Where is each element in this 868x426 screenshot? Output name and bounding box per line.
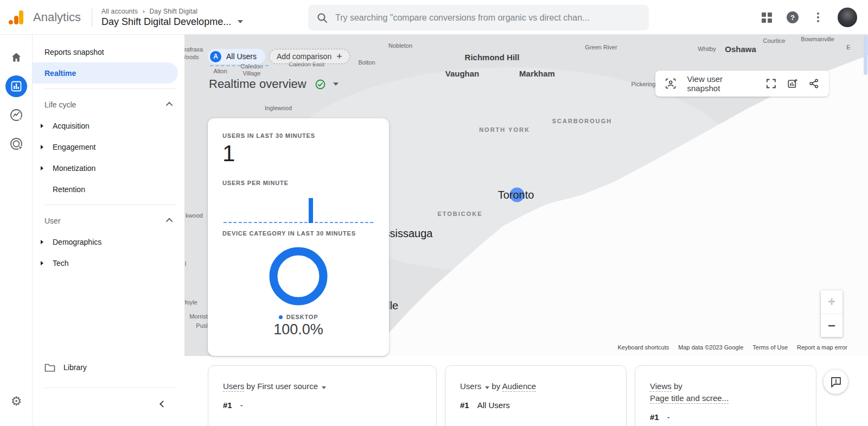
per-minute-slot-8: [263, 222, 268, 224]
sidebar-item-engagement[interactable]: Engagement: [33, 136, 184, 157]
sidebar-item-tech[interactable]: Tech: [33, 252, 184, 274]
map-label-markham: Markham: [519, 69, 555, 78]
map-attribution: Keyboard shortcutsMap data ©2023 GoogleT…: [617, 344, 847, 351]
expand-triangle-icon[interactable]: [41, 240, 53, 244]
dimension-selector[interactable]: Audience: [502, 382, 537, 392]
mini-card-title[interactable]: Users by First user source: [223, 380, 422, 392]
app-header: Analytics All accounts › Day Shift Digit…: [0, 0, 868, 35]
dimension-selector[interactable]: Page title and scree...: [650, 393, 729, 404]
map-label-inglewood: Inglewood: [265, 105, 292, 111]
map-label-vaughan: Vaughan: [445, 69, 480, 78]
users-30min-label: USERS IN LAST 30 MINUTES: [222, 132, 374, 139]
data-quality-check-icon[interactable]: [315, 79, 326, 90]
device-category-donut: [222, 244, 374, 308]
expand-triangle-icon[interactable]: [41, 261, 53, 265]
map-label-l: l: [185, 260, 186, 267]
analytics-logo[interactable]: Analytics All accounts › Day Shift Digit…: [9, 0, 243, 35]
map-attribution-terms-of-use[interactable]: Terms of Use: [752, 344, 788, 351]
breadcrumb-account[interactable]: Day Shift Digital: [149, 8, 197, 15]
device-percent: 100.0%: [222, 321, 374, 338]
add-comparison-label: Add comparison: [277, 52, 331, 61]
expand-triangle-icon[interactable]: [41, 145, 53, 149]
caret-down-icon[interactable]: [322, 386, 326, 389]
sidebar-item-acquisition[interactable]: Acquisition: [33, 115, 184, 136]
sidebar-bottom-divider: [44, 387, 177, 388]
map-label-bolton: Bolton: [358, 59, 375, 66]
dimension-selector[interactable]: Users: [223, 382, 244, 392]
sidebar-section-user[interactable]: User: [33, 210, 184, 231]
sidebar-item-reports-snapshot[interactable]: Reports snapshot: [33, 41, 184, 62]
user-snapshot-icon[interactable]: [665, 78, 676, 90]
sidebar-collapse-button[interactable]: [155, 396, 170, 411]
nav-explore-icon[interactable]: [5, 104, 27, 126]
all-users-comparison-chip[interactable]: A All Users: [208, 49, 265, 64]
realtime-overview-card: USERS IN LAST 30 MINUTES 1 USERS PER MIN…: [208, 118, 389, 356]
breadcrumb[interactable]: All accounts › Day Shift Digital Day Shi…: [101, 8, 243, 28]
global-search[interactable]: [308, 5, 649, 30]
property-switcher-caret-icon[interactable]: [238, 20, 243, 23]
sidebar-item-realtime[interactable]: Realtime: [33, 62, 178, 84]
nav-home-icon[interactable]: [5, 47, 27, 68]
per-minute-slot-2: [233, 222, 238, 224]
title-caret-icon[interactable]: [333, 82, 339, 86]
sidebar-section-life-cycle[interactable]: Life cycle: [33, 94, 184, 115]
sidebar-item-demographics[interactable]: Demographics: [33, 231, 184, 252]
map-zoom-control: + −: [821, 290, 843, 337]
scrollbar-thumb[interactable]: [864, 36, 867, 75]
search-input[interactable]: [335, 13, 640, 23]
fullscreen-icon[interactable]: [766, 78, 776, 89]
map-attribution-keyboard-shortcuts[interactable]: Keyboard shortcuts: [617, 344, 669, 351]
sidebar-item-retention[interactable]: Retention: [33, 179, 184, 200]
feedback-button[interactable]: [824, 370, 848, 394]
sidebar-item-library[interactable]: Library: [33, 357, 184, 378]
plus-icon: +: [336, 52, 342, 61]
admin-gear-icon[interactable]: ⚙: [0, 394, 33, 409]
chevron-up-icon: [166, 102, 173, 109]
avatar[interactable]: [838, 8, 857, 27]
sidebar-item-monetization[interactable]: Monetization: [33, 157, 184, 179]
map-zoom-out-button[interactable]: −: [821, 314, 843, 338]
rank-value: -: [240, 400, 243, 410]
apps-grid-icon[interactable]: [762, 12, 772, 23]
map-attribution-map-data-2023-google: Map data ©2023 Google: [678, 344, 743, 351]
user-snapshot-toolbar: View user snapshot: [655, 71, 829, 97]
sidebar-divider: [44, 205, 177, 205]
reports-sidebar: Reports snapshotRealtimeLife cycleAcquis…: [33, 35, 184, 426]
share-icon[interactable]: [809, 78, 819, 89]
chevron-up-icon: [166, 218, 173, 225]
mini-card-title[interactable]: Users by Audience: [460, 380, 612, 392]
comparison-label: All Users: [226, 52, 257, 61]
per-minute-slot-13: [288, 222, 293, 224]
insights-edit-icon[interactable]: [787, 78, 799, 90]
kebab-menu-icon[interactable]: [813, 12, 823, 22]
expand-triangle-icon[interactable]: [41, 124, 53, 128]
per-minute-slot-4: [242, 222, 247, 224]
search-icon: [317, 12, 328, 23]
rank-row: #1-: [223, 400, 422, 410]
title-text: Users: [460, 382, 481, 391]
dimension-selector[interactable]: Views: [650, 382, 672, 392]
per-minute-slot-9: [268, 222, 273, 224]
nav-reports-icon[interactable]: [5, 75, 27, 97]
breadcrumb-all-accounts[interactable]: All accounts: [101, 8, 138, 15]
mini-card-title[interactable]: Views byPage title and scree...: [650, 380, 802, 404]
breadcrumb-separator: ›: [143, 8, 145, 15]
nav-advertising-icon[interactable]: [5, 133, 27, 155]
sidebar-item-label: Tech: [53, 259, 69, 268]
rank-row: #1All Users: [460, 400, 612, 410]
page-title: Realtime overview: [209, 77, 307, 91]
expand-triangle-icon[interactable]: [41, 166, 53, 170]
help-icon[interactable]: ?: [787, 11, 799, 23]
map-label-village: Village: [243, 70, 261, 77]
caret-down-icon[interactable]: [485, 386, 489, 389]
per-minute-slot-19: [318, 222, 323, 224]
map-zoom-in-button[interactable]: +: [821, 290, 843, 314]
map-attribution-report-a-map-error[interactable]: Report a map error: [797, 344, 847, 351]
per-minute-slot-20: [324, 222, 329, 224]
mini-card-2: Users by Audience#1All Users: [445, 365, 627, 426]
view-user-snapshot-label[interactable]: View user snapshot: [687, 74, 754, 93]
users-30min-value: 1: [222, 142, 374, 165]
sidebar-divider: [44, 88, 177, 89]
property-title[interactable]: Day Shift Digital Developme...: [101, 16, 231, 28]
add-comparison-button[interactable]: Add comparison +: [269, 49, 350, 64]
